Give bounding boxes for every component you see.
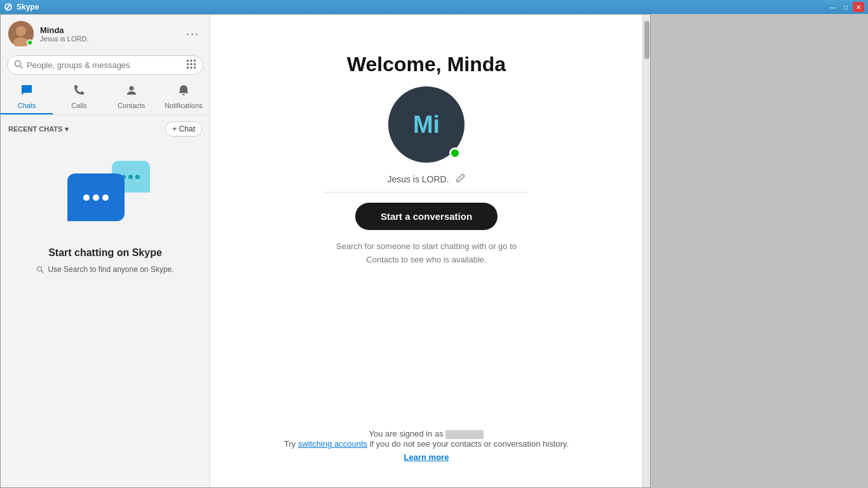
- svg-rect-11: [187, 67, 189, 69]
- calls-icon: [72, 84, 85, 100]
- svg-point-1: [16, 26, 26, 36]
- profile-status-text: Jesus is LORD.: [40, 35, 177, 43]
- search-input[interactable]: [27, 60, 182, 70]
- svg-point-15: [37, 267, 42, 271]
- recent-chats-label[interactable]: RECENT CHATS ▾: [8, 125, 69, 133]
- svg-rect-12: [191, 67, 193, 69]
- titlebar-controls: — □ ✕: [827, 2, 864, 12]
- switching-accounts-link[interactable]: switching accounts: [298, 439, 367, 449]
- sidebar: Minda Jesus is LORD. ···: [1, 15, 210, 487]
- welcome-section: Welcome, Minda Mi Jesus is LORD. Start a…: [325, 53, 528, 267]
- tab-calls-label: Calls: [71, 102, 86, 109]
- contacts-icon: [125, 84, 138, 100]
- tab-calls[interactable]: Calls: [53, 79, 105, 114]
- user-status-dot-large: [449, 147, 461, 159]
- svg-rect-13: [194, 67, 196, 69]
- user-status-text: Jesus is LORD.: [387, 174, 449, 184]
- main-dot1: [83, 194, 90, 201]
- svg-line-4: [20, 66, 23, 69]
- profile-avatar-wrap: [8, 21, 34, 46]
- scrollbar-thumb[interactable]: [644, 21, 649, 59]
- username-redacted: [445, 430, 484, 439]
- main-footer: You are signed in as Try switching accou…: [284, 429, 569, 462]
- chats-icon: [20, 84, 33, 100]
- titlebar-left: Skype: [4, 3, 39, 11]
- search-bar: [7, 55, 203, 75]
- start-conversation-button[interactable]: Start a conversation: [355, 203, 498, 230]
- tab-chats[interactable]: Chats: [1, 79, 53, 114]
- conversation-description: Search for someone to start chatting wit…: [325, 240, 528, 267]
- nav-tabs: Chats Calls Contacts: [1, 79, 210, 115]
- learn-more-link[interactable]: Learn more: [284, 452, 569, 462]
- svg-rect-10: [194, 64, 196, 65]
- dialpad-button[interactable]: [186, 59, 196, 71]
- profile-info: Minda Jesus is LORD.: [40, 25, 177, 43]
- recent-chats-header: RECENT CHATS ▾ + Chat: [1, 115, 210, 142]
- scrollbar[interactable]: [642, 15, 650, 487]
- svg-rect-9: [191, 64, 193, 65]
- chat-illustration: [61, 161, 150, 237]
- minimize-button[interactable]: —: [827, 2, 839, 12]
- user-avatar-large-wrap: Mi: [388, 86, 465, 163]
- svg-rect-5: [187, 60, 189, 62]
- tab-notifications[interactable]: Notifications: [158, 79, 210, 114]
- titlebar-title: Skype: [17, 3, 39, 11]
- status-row: Jesus is LORD.: [325, 173, 528, 193]
- svg-line-16: [41, 271, 43, 273]
- search-hint-icon: [36, 265, 44, 276]
- edit-status-icon[interactable]: [456, 173, 466, 186]
- footer-switch-suffix: if you do not see your contacts or conve…: [370, 439, 569, 449]
- dot3: [135, 175, 140, 179]
- notifications-icon: [177, 84, 190, 100]
- search-icon: [14, 60, 23, 71]
- chevron-down-icon: ▾: [65, 125, 69, 133]
- welcome-title: Welcome, Minda: [347, 53, 506, 76]
- new-chat-button[interactable]: + Chat: [165, 121, 202, 137]
- bubble-main: [67, 173, 125, 221]
- app-window: Minda Jesus is LORD. ···: [0, 14, 651, 488]
- skype-icon: [4, 3, 13, 11]
- tab-notifications-label: Notifications: [165, 102, 203, 109]
- main-dot3: [102, 194, 109, 201]
- profile-area: Minda Jesus is LORD. ···: [1, 15, 210, 53]
- main-content: Welcome, Minda Mi Jesus is LORD. Start a…: [210, 15, 642, 487]
- svg-rect-7: [194, 60, 196, 62]
- main-dot2: [93, 194, 99, 201]
- maximize-button[interactable]: □: [840, 2, 851, 12]
- svg-point-14: [129, 86, 133, 91]
- svg-rect-6: [191, 60, 193, 62]
- dot2: [128, 175, 133, 179]
- close-button[interactable]: ✕: [853, 2, 864, 12]
- profile-status-dot: [27, 39, 33, 46]
- start-chatting-title: Start chatting on Skype: [48, 247, 162, 259]
- svg-rect-8: [187, 64, 189, 65]
- footer-signed-in-row: You are signed in as: [284, 429, 569, 439]
- tab-chats-label: Chats: [18, 102, 36, 109]
- start-chatting-subtitle: Use Search to find anyone on Skype.: [36, 264, 173, 276]
- footer-switch-row: Try switching accounts if you do not see…: [284, 439, 569, 449]
- empty-chats-area: Start chatting on Skype Use Search to fi…: [1, 142, 210, 487]
- tab-contacts-label: Contacts: [118, 102, 145, 109]
- profile-more-button[interactable]: ···: [184, 25, 202, 43]
- profile-name: Minda: [40, 25, 177, 35]
- tab-contacts[interactable]: Contacts: [105, 79, 158, 114]
- titlebar: Skype — □ ✕: [0, 0, 868, 14]
